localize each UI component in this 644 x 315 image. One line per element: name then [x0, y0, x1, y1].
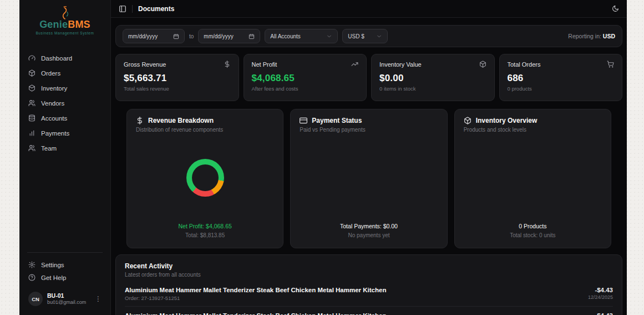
net-profit-label: Net Profit: $4,068.65 — [136, 222, 274, 231]
gear-icon — [28, 261, 36, 268]
bar-chart-icon — [28, 129, 36, 137]
dollar-icon — [136, 117, 144, 124]
order-info: Aluminium Meat Hammer Mallet Tenderizer … — [125, 287, 386, 301]
currency-select-value: USD $ — [348, 33, 364, 39]
sidebar-item-dashboard[interactable]: Dashboard — [24, 52, 106, 64]
box-icon — [28, 84, 36, 92]
panel-subtitle: Paid vs Pending payments — [300, 127, 438, 133]
calendar-icon — [249, 33, 255, 39]
sidebar-item-settings[interactable]: Settings — [24, 258, 106, 271]
sidebar-item-label: Payments — [41, 130, 69, 137]
help-icon — [28, 274, 36, 281]
stat-subtitle: 0 products — [508, 86, 615, 92]
stat-title: Gross Revenue — [124, 61, 166, 68]
activity-row[interactable]: Aluminium Meat Hammer Mallet Tenderizer … — [125, 281, 613, 306]
kebab-menu-icon[interactable]: ⋮ — [95, 295, 102, 303]
users-icon — [28, 99, 36, 107]
dashboard-panels: Revenue Breakdown Distribution of revenu… — [115, 109, 622, 248]
recent-activity-card: Recent Activity Latest orders from all a… — [115, 254, 622, 315]
sidebar-item-label: Dashboard — [41, 55, 72, 62]
user-meta: BU-01 bu01@gmail.com — [47, 292, 86, 306]
total-label: Total: $8,813.85 — [136, 231, 274, 239]
panel-subtitle: Distribution of revenue components — [136, 127, 274, 133]
accounts-select[interactable]: All Accounts — [265, 29, 338, 43]
user-profile[interactable]: CN BU-01 bu01@gmail.com ⋮ — [24, 288, 106, 309]
total-stock-label: Total stock: 0 units — [464, 231, 602, 239]
sidebar-item-label: Orders — [41, 70, 60, 77]
order-date: 12/24/2025 — [588, 294, 613, 300]
sidebar-item-label: Inventory — [41, 85, 67, 92]
stat-card-gross-revenue: Gross Revenue $5,663.71 Total sales reve… — [115, 54, 239, 101]
stat-subtitle: 0 items in stock — [379, 86, 486, 92]
order-info: Aluminium Meat Hammer Mallet Tenderizer … — [125, 312, 386, 315]
package-icon — [479, 61, 486, 68]
date-from-input[interactable]: mm/dd/yyyy — [123, 29, 185, 43]
moon-icon — [612, 5, 619, 12]
sidebar-item-team[interactable]: Team — [24, 142, 106, 154]
theme-toggle-button[interactable] — [612, 5, 619, 12]
main-area: Documents mm/dd/yyyy to mm/dd/yyyy All A… — [111, 0, 627, 315]
stat-subtitle: Total sales revenue — [124, 86, 231, 92]
panel-revenue-breakdown: Revenue Breakdown Distribution of revenu… — [126, 109, 283, 248]
products-count-label: 0 Products — [464, 222, 602, 231]
chevron-down-icon — [376, 33, 382, 39]
total-payments-label: Total Payments: $0.00 — [300, 222, 438, 231]
date-range-to-label: to — [189, 33, 194, 39]
sidebar-item-vendors[interactable]: Vendors — [24, 97, 106, 109]
reporting-currency: USD — [603, 33, 615, 39]
trending-up-icon — [351, 61, 358, 68]
date-to-input[interactable]: mm/dd/yyyy — [198, 29, 260, 43]
revenue-donut-chart — [186, 159, 224, 197]
sidebar-item-accounts[interactable]: Accounts — [24, 112, 106, 124]
sidebar-item-label: Settings — [41, 262, 64, 268]
topbar-divider — [132, 5, 133, 13]
stat-cards: Gross Revenue $5,663.71 Total sales reve… — [115, 54, 622, 101]
calendar-icon — [173, 33, 179, 39]
reporting-label: Reporting in: — [568, 33, 601, 39]
recent-activity-title: Recent Activity — [125, 262, 613, 270]
genie-lamp-icon — [58, 4, 72, 20]
sidebar-item-get-help[interactable]: Get Help — [24, 271, 106, 284]
sidebar-divider — [27, 252, 103, 253]
box-icon — [464, 117, 471, 124]
date-from-placeholder: mm/dd/yyyy — [128, 33, 158, 39]
order-number: Order: 27-13927-51251 — [125, 295, 386, 301]
panel-payment-status: Payment Status Paid vs Pending payments … — [290, 109, 447, 248]
stat-value: $0.00 — [379, 73, 486, 84]
stat-value: $5,663.71 — [124, 73, 231, 84]
brand-logo: GenieBMS Business Management System — [19, 0, 110, 43]
sidebar-item-label: Get Help — [41, 274, 66, 281]
brand-name-secondary: BMS — [68, 19, 90, 30]
credit-card-icon — [300, 117, 307, 124]
sidebar-item-inventory[interactable]: Inventory — [24, 82, 106, 94]
panel-title-text: Inventory Overview — [476, 117, 537, 124]
stat-card-total-orders: Total Orders 686 0 products — [499, 54, 623, 101]
cart-icon — [607, 61, 614, 68]
order-product-name: Aluminium Meat Hammer Mallet Tenderizer … — [125, 312, 386, 315]
no-payments-label: No payments yet — [300, 231, 438, 239]
order-amount: -$4.43 — [588, 312, 613, 315]
database-icon — [28, 114, 36, 122]
brand-name: GenieBMS — [25, 19, 105, 31]
accounts-select-value: All Accounts — [270, 33, 300, 39]
panel-title-text: Revenue Breakdown — [148, 117, 214, 124]
filter-bar: mm/dd/yyyy to mm/dd/yyyy All Accounts US… — [115, 25, 622, 47]
currency-select[interactable]: USD $ — [342, 29, 388, 43]
sidebar-footer: Settings Get Help CN BU-01 bu01@gmail.co… — [19, 252, 110, 315]
sidebar-item-payments[interactable]: Payments — [24, 127, 106, 139]
sidebar-toggle-button[interactable] — [119, 5, 126, 13]
stat-subtitle: After fees and costs — [252, 86, 359, 92]
gauge-icon — [28, 54, 36, 62]
stat-value: $4,068.65 — [252, 73, 359, 84]
reporting-currency-note: Reporting in: USD — [568, 33, 615, 39]
brand-name-primary: Genie — [39, 19, 68, 30]
panel-title-text: Payment Status — [312, 117, 362, 124]
sidebar-item-orders[interactable]: Orders — [24, 67, 106, 79]
app-window: GenieBMS Business Management System Dash… — [19, 0, 627, 315]
activity-row[interactable]: Aluminium Meat Hammer Mallet Tenderizer … — [125, 306, 613, 315]
panel-left-icon — [119, 5, 126, 13]
user-email: bu01@gmail.com — [47, 299, 86, 306]
sidebar-nav: Dashboard Orders Inventory Vendors Accou… — [19, 52, 110, 154]
sidebar-item-label: Accounts — [41, 115, 67, 122]
stat-title: Net Profit — [252, 61, 277, 68]
